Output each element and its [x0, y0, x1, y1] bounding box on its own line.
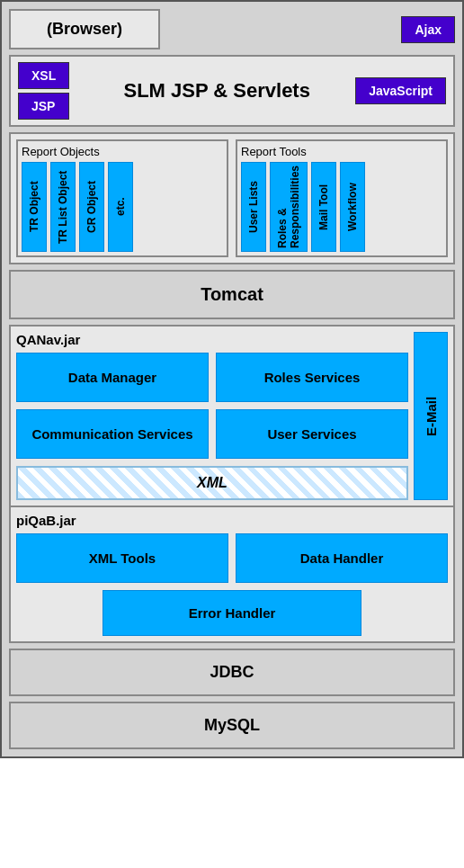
ajax-button[interactable]: Ajax — [401, 16, 455, 43]
data-handler-btn: Data Handler — [236, 533, 448, 583]
browser-label: (Browser) — [47, 20, 122, 38]
report-tools-items: User Lists Roles & Responsibilities Mail… — [241, 162, 442, 252]
browser-box: (Browser) — [9, 9, 160, 49]
tr-list-object-item: TR List Object — [50, 162, 76, 252]
xml-tools-btn: XML Tools — [16, 533, 228, 583]
report-objects-items: TR Object TR List Object CR Object etc. — [22, 162, 223, 252]
xsl-button[interactable]: XSL — [18, 62, 69, 89]
roles-responsibilities-item: Roles & Responsibilities — [270, 162, 308, 252]
cr-object-item: CR Object — [79, 162, 104, 252]
mail-tool-item: Mail Tool — [311, 162, 336, 252]
tomcat-label: Tomcat — [201, 284, 263, 304]
slm-right-buttons: JavaScript — [355, 77, 446, 104]
mysql-label: MySQL — [204, 716, 260, 734]
roles-services-service: Roles Services — [216, 353, 408, 402]
error-handler-btn: Error Handler — [103, 590, 361, 636]
report-tools-section: Report Tools User Lists Roles & Responsi… — [236, 139, 448, 257]
javascript-button[interactable]: JavaScript — [355, 77, 446, 104]
user-lists-item: User Lists — [241, 162, 266, 252]
report-objects-section: Report Objects TR Object TR List Object … — [16, 139, 228, 257]
qanav-services-grid: Data Manager Roles Services Communicatio… — [16, 353, 408, 459]
piqab-tools-grid: XML Tools Data Handler — [16, 533, 448, 583]
data-manager-service: Data Manager — [16, 353, 209, 402]
jdbc-label: JDBC — [210, 663, 254, 681]
main-diagram: (Browser) Ajax XSL JSP SLM JSP & Servlet… — [0, 0, 464, 758]
qanav-label: QANav.jar — [16, 332, 408, 347]
tomcat-row: Tomcat — [9, 270, 455, 319]
browser-row: (Browser) Ajax — [9, 9, 455, 49]
reports-row: Report Objects TR Object TR List Object … — [9, 132, 455, 264]
user-services-service: User Services — [216, 409, 408, 459]
report-objects-title: Report Objects — [22, 145, 223, 158]
slm-row: XSL JSP SLM JSP & Servlets JavaScript — [9, 55, 455, 127]
tr-object-item: TR Object — [22, 162, 47, 252]
communication-services-service: Communication Services — [16, 409, 209, 459]
email-column: E-Mail — [414, 332, 448, 500]
qanav-row: QANav.jar Data Manager Roles Services Co… — [9, 325, 455, 507]
jsp-button[interactable]: JSP — [18, 93, 69, 120]
slm-title: SLM JSP & Servlets — [78, 79, 355, 103]
piqab-label: piQaB.jar — [16, 513, 448, 528]
report-tools-title: Report Tools — [241, 145, 442, 158]
slm-left-buttons: XSL JSP — [18, 62, 69, 120]
qanav-main: QANav.jar Data Manager Roles Services Co… — [16, 332, 408, 500]
piqab-row: piQaB.jar XML Tools Data Handler Error H… — [9, 507, 455, 643]
mysql-row: MySQL — [9, 702, 455, 749]
workflow-item: Workflow — [340, 162, 365, 252]
xml-bar: XML — [16, 466, 408, 500]
etc-item: etc. — [108, 162, 133, 252]
jdbc-row: JDBC — [9, 649, 455, 696]
